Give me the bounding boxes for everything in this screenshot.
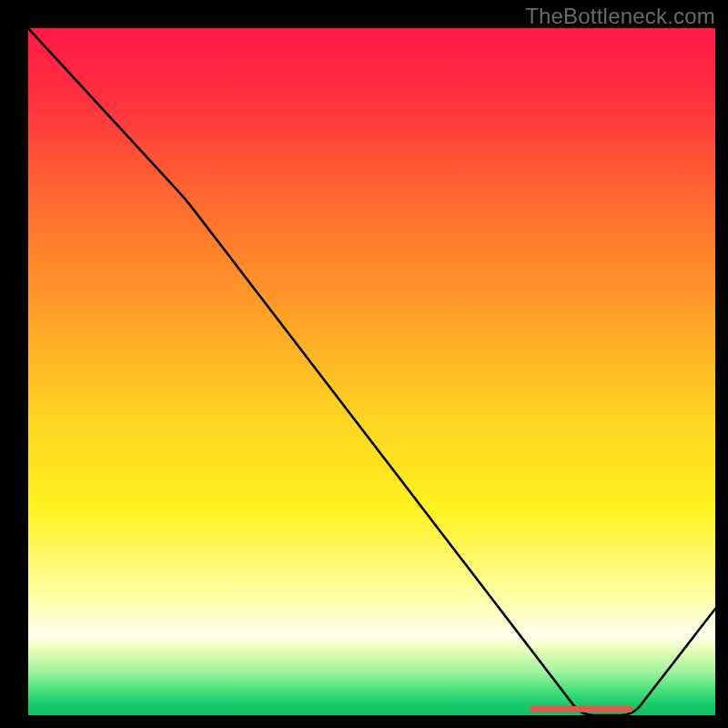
chart-frame: TheBottleneck.com <box>0 0 728 728</box>
chart-svg <box>28 28 715 715</box>
watermark-text: TheBottleneck.com <box>525 4 715 29</box>
plot-area <box>28 28 715 715</box>
optimal-range-marker <box>530 706 632 713</box>
gradient-background <box>28 28 715 715</box>
